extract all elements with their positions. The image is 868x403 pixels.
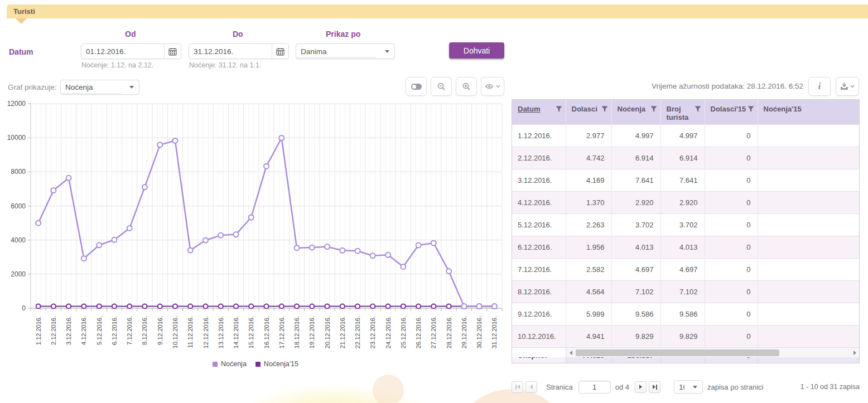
date-from-input[interactable] <box>81 44 164 59</box>
filter-icon[interactable] <box>650 106 657 113</box>
table-row[interactable]: 7.12.2016.2.5824.6974.6970 <box>512 258 859 280</box>
table-cell: 4.013 <box>660 236 705 258</box>
zoom-out-icon <box>437 82 446 91</box>
legend-item-nocenja[interactable]: Noćenja <box>213 360 247 368</box>
data-grid: Datum Dolasci Noćenja Broj turista Dolas… <box>512 99 860 363</box>
download-icon <box>840 82 848 90</box>
table-cell: 4.742 <box>566 147 611 169</box>
table-cell <box>758 191 859 213</box>
svg-text:31.12.2016.: 31.12.2016. <box>491 316 498 348</box>
svg-text:12.12.2016.: 12.12.2016. <box>202 316 209 348</box>
table-row[interactable]: 10.12.2016.4.9419.8299.8290 <box>512 325 859 347</box>
table-cell <box>758 236 859 258</box>
page-size-select[interactable]: 10 <box>674 380 703 394</box>
table-row[interactable]: 4.12.2016.1.3702.9202.9200 <box>512 191 859 213</box>
grid-scroll-strip <box>512 347 859 357</box>
svg-text:24.12.2016.: 24.12.2016. <box>385 316 392 348</box>
svg-text:14.12.2016.: 14.12.2016. <box>233 316 239 348</box>
table-cell: 6.12.2016. <box>512 236 566 258</box>
scrollbar-thumb[interactable] <box>576 349 779 356</box>
calendar-button-from[interactable] <box>164 44 181 59</box>
decor-peach-circle-small <box>373 375 404 403</box>
data-updated-text: Vrijeme ažurnosti podataka: 28.12.2016. … <box>580 82 803 90</box>
scroll-right-arrow-icon[interactable] <box>850 351 859 355</box>
column-header-dolasci15[interactable]: Dolasci'15 <box>705 100 758 124</box>
table-row[interactable]: 8.12.2016.4.5647.1027.1020 <box>512 280 859 303</box>
page-number-input[interactable] <box>578 381 611 394</box>
column-header-broj-turista[interactable]: Broj turista <box>660 100 705 124</box>
chevron-down-icon <box>129 86 134 89</box>
calendar-button-to[interactable] <box>272 44 288 59</box>
table-cell: 6.914 <box>660 147 705 169</box>
svg-text:18.12.2016.: 18.12.2016. <box>293 316 300 348</box>
table-row[interactable]: 2.12.2016.4.7426.9146.9140 <box>512 147 859 169</box>
svg-text:27.12.2016.: 27.12.2016. <box>430 316 437 348</box>
table-cell: 7.12.2016. <box>512 258 566 280</box>
filter-icon[interactable] <box>695 106 701 113</box>
od-label: Od <box>125 30 136 38</box>
date-to-input[interactable] <box>189 44 272 59</box>
table-cell: 0 <box>705 325 758 347</box>
table-row[interactable]: 5.12.2016.2.2633.7023.7020 <box>512 213 859 236</box>
table-cell: 4.941 <box>566 325 611 347</box>
legend-item-nocenja15[interactable]: Noćenja'15 <box>255 360 298 368</box>
chevron-down-icon <box>385 50 389 53</box>
page-size-value: 10 <box>674 381 684 393</box>
filter-icon[interactable] <box>556 106 562 113</box>
svg-text:25.12.2016.: 25.12.2016. <box>400 316 407 348</box>
graf-prikazuje-label: Graf prikazuje: <box>8 83 57 91</box>
zoom-out-button[interactable] <box>431 77 452 96</box>
table-row[interactable]: 3.12.2016.4.1697.6417.6410 <box>512 169 859 191</box>
table-row[interactable]: 9.12.2016.5.9899.5869.5860 <box>512 303 859 325</box>
chart-legend: Noćenja Noćenja'15 <box>4 360 507 368</box>
line-chart[interactable]: 0200040006000800010000120001.12.2016.2.1… <box>4 99 507 361</box>
horizontal-scrollbar[interactable] <box>566 348 859 357</box>
table-cell: 5.12.2016. <box>512 213 566 236</box>
table-cell: 0 <box>705 236 758 258</box>
svg-text:19.12.2016.: 19.12.2016. <box>308 316 315 348</box>
table-row[interactable]: 1.12.2016.2.9774.9974.9970 <box>512 124 859 147</box>
prikaz-po-select[interactable]: Danima <box>296 43 395 59</box>
graf-prikazuje-value: Noćenja <box>61 81 121 94</box>
column-header-nocenja[interactable]: Noćenja <box>611 100 660 124</box>
table-cell <box>758 147 859 169</box>
grid-header-row: Datum Dolasci Noćenja Broj turista Dolas… <box>512 100 859 124</box>
table-row[interactable]: 6.12.2016.1.9564.0134.0130 <box>512 236 859 258</box>
svg-text:26.12.2016.: 26.12.2016. <box>415 316 422 348</box>
column-header-dolasci[interactable]: Dolasci <box>566 100 611 124</box>
column-header-datum[interactable]: Datum <box>512 100 566 124</box>
column-header-nocenja15[interactable]: Noćenja'15 <box>758 100 859 124</box>
scrollbar-track[interactable] <box>575 349 850 356</box>
info-button[interactable]: i <box>808 77 831 96</box>
prev-page-button[interactable] <box>525 381 537 393</box>
graf-prikazuje-select[interactable]: Noćenja <box>60 80 139 95</box>
date-to-hint: Noćenje: 31.12. na 1.1. <box>189 61 261 69</box>
first-page-button[interactable] <box>512 381 523 393</box>
svg-text:3.12.2016.: 3.12.2016. <box>65 316 72 345</box>
scroll-left-arrow-icon[interactable] <box>566 351 575 355</box>
last-page-button[interactable] <box>649 381 660 393</box>
zoom-in-button[interactable] <box>456 77 477 96</box>
table-cell: 0 <box>705 213 758 236</box>
table-cell <box>758 325 859 347</box>
next-page-button[interactable] <box>635 381 647 393</box>
prikaz-po-value: Danima <box>296 45 377 58</box>
svg-text:17.12.2016.: 17.12.2016. <box>278 316 285 348</box>
svg-text:23.12.2016.: 23.12.2016. <box>369 316 376 348</box>
svg-text:12000: 12000 <box>7 100 26 108</box>
series-visibility-button[interactable] <box>481 77 504 96</box>
page-of-label: od 4 <box>615 383 629 391</box>
table-cell <box>758 303 859 325</box>
svg-text:11.12.2016.: 11.12.2016. <box>187 316 194 348</box>
table-cell: 0 <box>705 124 758 147</box>
filter-icon[interactable] <box>601 106 608 113</box>
export-button[interactable] <box>836 77 859 96</box>
filter-icon[interactable] <box>748 106 754 113</box>
legend-swatch <box>255 362 261 367</box>
svg-text:7.12.2016.: 7.12.2016. <box>126 316 133 345</box>
dohvati-button[interactable]: Dohvati <box>449 42 504 59</box>
table-cell <box>758 169 859 191</box>
tab-turisti[interactable]: Turisti <box>13 7 35 16</box>
table-cell: 4.697 <box>660 258 705 280</box>
chart-toggle-button[interactable] <box>406 77 427 96</box>
